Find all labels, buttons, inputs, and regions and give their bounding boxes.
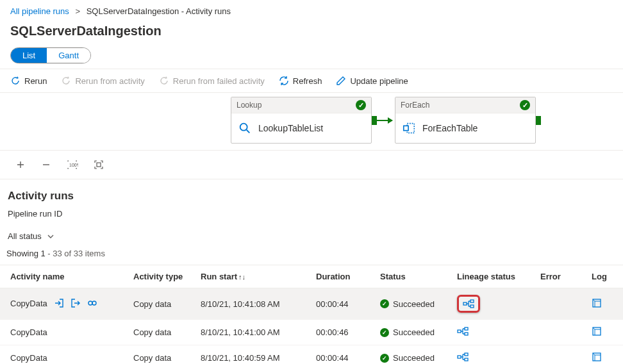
success-badge-icon xyxy=(520,100,530,110)
rerun-activity-button: Rerun from activity xyxy=(61,76,144,86)
activity-foreach[interactable]: ForEach ForEachTable xyxy=(395,97,536,144)
error-cell xyxy=(535,320,586,345)
table-row[interactable]: CopyData Copy data 8/10/21, 10:41:00 AM … xyxy=(0,320,623,345)
duration-cell: 00:00:44 xyxy=(311,345,375,365)
rerun-failed-icon xyxy=(159,76,169,86)
zoom-reset-icon[interactable]: 100% xyxy=(67,160,78,170)
success-icon xyxy=(380,328,389,337)
sort-icon: ↑↓ xyxy=(238,273,245,281)
duration-cell: 00:00:44 xyxy=(311,288,375,320)
chevron-down-icon xyxy=(47,233,54,240)
svg-text:100%: 100% xyxy=(69,163,78,167)
duration-cell: 00:00:46 xyxy=(311,320,375,345)
table-row[interactable]: CopyData Copy data 8/10/21, 10:41:08 AM … xyxy=(0,288,623,320)
col-error[interactable]: Error xyxy=(535,265,586,288)
section-title: Activity runs xyxy=(0,179,623,208)
status-filter[interactable]: All status xyxy=(0,226,623,246)
col-log[interactable]: Log xyxy=(586,265,623,288)
svg-rect-16 xyxy=(465,353,468,356)
status-cell: Succeeded xyxy=(380,327,447,337)
input-icon[interactable] xyxy=(54,298,64,310)
tab-gantt[interactable]: Gantt xyxy=(47,48,90,63)
toolbar: Rerun Rerun from activity Rerun from fai… xyxy=(0,69,623,93)
pipeline-canvas[interactable]: Lookup LookupTableList ForEach ForEachTa… xyxy=(0,93,623,151)
col-status[interactable]: Status xyxy=(375,265,452,288)
activity-name-cell: CopyData xyxy=(10,353,47,363)
zoom-in-icon[interactable] xyxy=(15,160,26,170)
svg-rect-7 xyxy=(463,302,467,305)
lineage-status-button[interactable] xyxy=(457,295,480,313)
activity-foreach-name: ForEachTable xyxy=(422,123,478,133)
canvas-tools: 100% xyxy=(0,151,623,179)
rerun-activity-icon xyxy=(61,76,71,86)
error-cell xyxy=(535,288,586,320)
fit-screen-icon[interactable] xyxy=(94,160,104,170)
svg-point-6 xyxy=(92,301,96,305)
activity-type-cell: Copy data xyxy=(128,320,195,345)
run-start-cell: 8/10/21, 10:40:59 AM xyxy=(195,345,311,365)
result-count: Showing 1 - 33 of 33 items xyxy=(0,246,623,265)
refresh-label: Refresh xyxy=(293,76,322,86)
status-cell: Succeeded xyxy=(380,299,447,309)
success-icon xyxy=(380,299,389,308)
connector-arrow xyxy=(377,120,392,121)
svg-point-0 xyxy=(240,124,247,131)
activity-lookup[interactable]: Lookup LookupTableList xyxy=(231,97,372,144)
edit-icon xyxy=(336,76,346,86)
activity-lookup-type: Lookup xyxy=(237,101,262,110)
svg-rect-12 xyxy=(465,327,468,330)
page-title: SQLServerDataIngestion xyxy=(0,20,623,47)
log-button[interactable] xyxy=(592,301,602,310)
activity-type-cell: Copy data xyxy=(128,288,195,320)
breadcrumb-root-link[interactable]: All pipeline runs xyxy=(10,6,69,16)
col-run-start[interactable]: Run start↑↓ xyxy=(195,265,311,288)
breadcrumb-current: SQLServerDataIngestion - Activity runs xyxy=(87,6,231,16)
rerun-icon xyxy=(10,76,21,86)
refresh-icon xyxy=(279,76,289,86)
view-toggle: List Gantt xyxy=(10,47,91,63)
status-cell: Succeeded xyxy=(380,353,447,363)
foreach-icon xyxy=(402,121,416,135)
breadcrumb: All pipeline runs > SQLServerDataIngesti… xyxy=(0,0,623,20)
activity-type-cell: Copy data xyxy=(128,345,195,365)
lineage-status-button[interactable] xyxy=(457,354,469,363)
svg-point-5 xyxy=(88,301,92,305)
rerun-failed-label: Rerun from failed activity xyxy=(173,76,265,86)
success-badge-icon xyxy=(356,100,366,110)
svg-rect-9 xyxy=(470,305,474,308)
status-filter-label: All status xyxy=(8,231,42,241)
svg-rect-4 xyxy=(97,163,101,167)
details-icon[interactable] xyxy=(87,298,97,310)
activity-foreach-type: ForEach xyxy=(401,101,429,110)
tab-list[interactable]: List xyxy=(11,48,47,63)
zoom-out-icon[interactable] xyxy=(41,160,51,170)
rerun-activity-label: Rerun from activity xyxy=(75,76,144,86)
output-icon[interactable] xyxy=(71,298,81,310)
run-start-cell: 8/10/21, 10:41:00 AM xyxy=(195,320,311,345)
svg-rect-2 xyxy=(404,126,408,130)
svg-rect-15 xyxy=(458,356,461,358)
refresh-button[interactable]: Refresh xyxy=(279,76,322,86)
svg-rect-11 xyxy=(458,330,461,333)
table-row[interactable]: CopyData Copy data 8/10/21, 10:40:59 AM … xyxy=(0,345,623,365)
log-button[interactable] xyxy=(592,354,602,364)
col-activity-type[interactable]: Activity type xyxy=(128,265,195,288)
lookup-icon xyxy=(238,121,252,135)
rerun-failed-button: Rerun from failed activity xyxy=(159,76,265,86)
svg-rect-17 xyxy=(465,358,468,361)
output-port[interactable] xyxy=(536,116,541,125)
activity-name-cell: CopyData xyxy=(10,327,47,337)
update-label: Update pipeline xyxy=(350,76,408,86)
output-port[interactable] xyxy=(372,116,377,125)
rerun-label: Rerun xyxy=(24,76,47,86)
error-cell xyxy=(535,345,586,365)
pipeline-run-id-label: Pipeline run ID xyxy=(0,208,623,226)
col-duration[interactable]: Duration xyxy=(311,265,375,288)
col-activity-name[interactable]: Activity name xyxy=(0,265,128,288)
lineage-status-button[interactable] xyxy=(457,328,469,338)
activity-name-cell: CopyData xyxy=(10,298,47,308)
log-button[interactable] xyxy=(592,329,602,338)
col-lineage[interactable]: Lineage status xyxy=(452,265,535,288)
rerun-button[interactable]: Rerun xyxy=(10,76,47,86)
update-pipeline-button[interactable]: Update pipeline xyxy=(336,76,408,86)
